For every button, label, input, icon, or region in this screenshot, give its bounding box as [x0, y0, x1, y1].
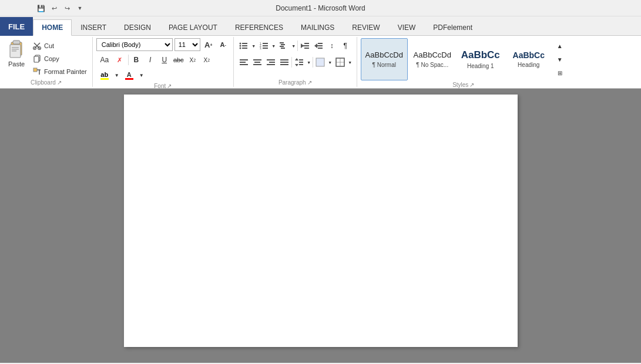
svg-point-20 — [239, 48, 241, 49]
clipboard-group: Paste Cut — [0, 37, 93, 87]
tab-home[interactable]: HOME — [33, 19, 72, 36]
numbering-btn[interactable]: 1. 2. 3. — [257, 39, 270, 52]
format-painter-icon — [32, 67, 42, 76]
tab-view[interactable]: VIEW — [389, 19, 425, 35]
cut-button[interactable]: Cut — [31, 39, 89, 52]
svg-rect-12 — [33, 68, 37, 72]
style-h1-preview: AaBbCc — [461, 49, 500, 61]
italic-btn[interactable]: I — [144, 53, 157, 66]
tab-references[interactable]: REFERENCES — [226, 19, 292, 35]
line-spacing-arrow-btn[interactable]: ▼ — [306, 56, 312, 69]
tab-insert[interactable]: INSERT — [72, 19, 115, 35]
font-expand-icon[interactable]: ↗ — [167, 83, 172, 89]
align-center-btn[interactable] — [251, 56, 264, 69]
font-color-btn[interactable]: A — [121, 69, 137, 82]
style-no-spacing[interactable]: AaBbCcDd ¶ No Spac... — [409, 38, 456, 80]
svg-rect-35 — [304, 48, 309, 49]
copy-label: Copy — [44, 55, 59, 62]
save-quick-btn[interactable]: 💾 — [35, 2, 47, 14]
font-size-select[interactable]: 11 89101214 — [174, 38, 200, 51]
redo-btn[interactable]: ↪ — [61, 2, 73, 14]
ribbon: FILE HOME INSERT DESIGN PAGE LAYOUT REFE… — [0, 16, 641, 89]
font-color-bar — [125, 78, 133, 80]
decrease-indent-btn[interactable] — [298, 39, 311, 52]
tab-pdf[interactable]: PDFelement — [424, 19, 481, 35]
clear-formatting-btn[interactable]: ✗ — [114, 53, 127, 66]
bullets-arrow-btn[interactable]: ▼ — [251, 39, 257, 52]
cut-label: Cut — [44, 42, 54, 49]
font-name-select[interactable]: Calibri (Body) — [96, 38, 173, 51]
line-spacing-btn[interactable] — [293, 56, 306, 69]
styles-group: AaBbCcDd ¶ Normal AaBbCcDd ¶ No Spac... … — [357, 37, 570, 87]
paragraph-label: Paragraph ↗ — [237, 78, 353, 87]
undo-btn[interactable]: ↩ — [48, 2, 60, 14]
svg-rect-57 — [316, 58, 324, 66]
format-painter-button[interactable]: Format Painter — [31, 65, 89, 78]
styles-scroll-up[interactable]: ▲ — [553, 39, 566, 52]
style-h2-label: Heading — [518, 62, 539, 68]
shading-btn[interactable] — [314, 56, 327, 69]
title-bar: 💾 ↩ ↪ ▼ Document1 - Microsoft Word — [0, 0, 641, 16]
style-heading1[interactable]: AaBbCc Heading 1 — [457, 38, 504, 80]
style-normal[interactable]: AaBbCcDd ¶ Normal — [361, 38, 408, 80]
styles-expand[interactable]: ⊞ — [553, 66, 566, 79]
change-case-btn[interactable]: Aa — [96, 53, 113, 66]
svg-rect-23 — [263, 43, 268, 44]
copy-button[interactable]: Copy — [31, 52, 89, 65]
font-color-icon: A — [127, 71, 132, 78]
borders-btn[interactable] — [334, 56, 347, 69]
sort-btn[interactable]: ↕ — [325, 39, 338, 52]
shading-arrow-btn[interactable]: ▼ — [327, 56, 333, 69]
svg-rect-55 — [299, 62, 303, 63]
tab-design[interactable]: DESIGN — [115, 19, 160, 35]
svg-rect-42 — [240, 64, 248, 65]
align-right-btn[interactable] — [264, 56, 277, 69]
font-group: Calibri (Body) 11 89101214 A+ A- Aa ✗ — [93, 37, 234, 87]
format-painter-label: Format Painter — [44, 68, 87, 75]
increase-font-btn[interactable]: A+ — [202, 38, 215, 51]
styles-expand-icon[interactable]: ↗ — [469, 82, 474, 88]
paragraph-expand-icon[interactable]: ↗ — [307, 79, 312, 86]
styles-scroll-down[interactable]: ▼ — [553, 53, 566, 66]
multilevel-arrow-btn[interactable]: ▼ — [291, 39, 297, 52]
align-justify-btn[interactable] — [278, 56, 291, 69]
svg-rect-45 — [253, 64, 261, 65]
clipboard-label: Clipboard ↗ — [4, 78, 89, 87]
highlight-arrow-btn[interactable]: ▼ — [114, 69, 120, 82]
clipboard-expand-icon[interactable]: ↗ — [57, 79, 62, 86]
font-color-arrow-btn[interactable]: ▼ — [139, 69, 145, 82]
document-area[interactable] — [0, 89, 641, 363]
show-para-marks-btn[interactable]: ¶ — [339, 39, 352, 52]
style-heading2[interactable]: AaBbCc Heading — [505, 38, 552, 80]
strikethrough-btn[interactable]: abc — [172, 53, 185, 66]
svg-marker-53 — [295, 64, 298, 66]
superscript-btn[interactable]: X2 — [200, 53, 213, 66]
svg-marker-52 — [295, 58, 298, 60]
paste-button[interactable]: Paste — [4, 38, 29, 69]
numbering-arrow-btn[interactable]: ▼ — [271, 39, 277, 52]
align-left-btn[interactable] — [237, 56, 250, 69]
subscript-btn[interactable]: X2 — [186, 53, 199, 66]
bullets-btn[interactable] — [237, 39, 250, 52]
quick-access-toolbar: 💾 ↩ ↪ ▼ — [35, 2, 86, 14]
bold-btn[interactable]: B — [130, 53, 143, 66]
decrease-font-btn[interactable]: A- — [217, 38, 230, 51]
paste-icon — [7, 39, 26, 60]
underline-btn[interactable]: U — [158, 53, 171, 66]
borders-arrow-btn[interactable]: ▼ — [347, 56, 353, 69]
svg-rect-44 — [254, 62, 260, 63]
increase-indent-btn[interactable] — [312, 39, 325, 52]
svg-rect-56 — [299, 64, 303, 65]
tab-review[interactable]: REVIEW — [343, 19, 388, 35]
tab-page-layout[interactable]: PAGE LAYOUT — [160, 19, 226, 35]
customize-quick-access-btn[interactable]: ▼ — [74, 2, 86, 14]
multilevel-btn[interactable] — [277, 39, 290, 52]
document-page[interactable] — [124, 95, 518, 347]
tab-mailings[interactable]: MAILINGS — [292, 19, 343, 35]
text-highlight-btn[interactable]: ab — [96, 69, 113, 82]
tab-file[interactable]: FILE — [0, 17, 33, 36]
highlight-color-bar — [100, 78, 109, 80]
font-label: Font ↗ — [96, 82, 230, 90]
svg-rect-47 — [269, 62, 275, 63]
paragraph-group: ▼ 1. 2. 3. ▼ — [234, 37, 357, 87]
